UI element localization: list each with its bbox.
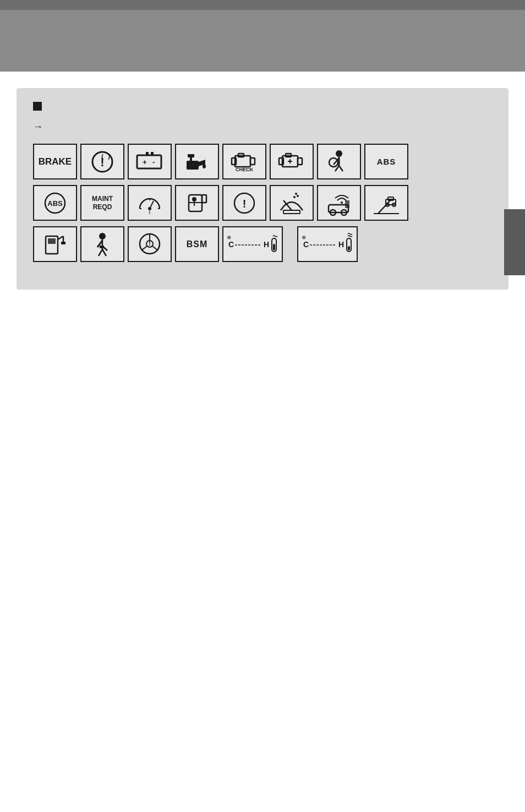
svg-line-77	[141, 246, 147, 250]
svg-text:C: C	[228, 240, 234, 249]
svg-point-42	[192, 197, 196, 201]
svg-rect-5	[146, 152, 149, 155]
maint-text: MAINTREQD	[92, 195, 113, 211]
warning-icons-card: → BRAKE ! ( )	[17, 88, 508, 290]
exclaim-circle-svg: !	[232, 191, 256, 215]
svg-line-71	[99, 249, 102, 256]
master-warning-svg: ! ( )	[90, 150, 114, 174]
svg-rect-12	[188, 154, 194, 157]
svg-text:!: !	[243, 198, 247, 210]
section-marker	[33, 102, 42, 111]
abs-warning-icon: ABS	[364, 144, 408, 179]
svg-text:H: H	[264, 240, 269, 249]
svg-rect-9	[187, 161, 199, 170]
svg-text:(: (	[101, 153, 103, 160]
svg-rect-16	[250, 158, 255, 165]
svg-rect-15	[232, 158, 236, 165]
svg-point-67	[99, 233, 106, 239]
oil-pressure-icon	[175, 144, 219, 179]
svg-line-64	[58, 236, 63, 239]
hill-svg	[373, 190, 400, 216]
svg-rect-21	[298, 158, 302, 165]
abs-circle-icon: ABS	[33, 185, 77, 221]
speedometer-icon: !	[128, 185, 172, 221]
svg-rect-20	[279, 158, 283, 165]
engine-warning-icon	[270, 144, 314, 179]
svg-point-49	[295, 193, 297, 195]
temp-gauge1-svg: C H ❄	[225, 231, 280, 258]
svg-text:!: !	[149, 239, 151, 247]
svg-rect-50	[283, 210, 300, 214]
brake-warning-icon: BRAKE	[33, 144, 77, 179]
door-svg	[184, 190, 210, 216]
maint-label: MAINTREQD	[92, 195, 113, 211]
temp-gauge-hot-icon: C H ❄	[297, 226, 358, 262]
bsm-icon: BSM	[175, 226, 219, 262]
svg-line-57	[378, 200, 390, 214]
svg-rect-63	[48, 238, 56, 244]
srs-svg	[325, 148, 353, 176]
hill-assist-icon	[364, 185, 408, 221]
svg-rect-6	[151, 152, 154, 155]
svg-text:❄: ❄	[302, 235, 306, 241]
speedo-svg: !	[137, 191, 162, 215]
icons-row-2: ABS MAINTREQD	[33, 185, 492, 221]
general-warning-icon: !	[222, 185, 266, 221]
fuel-svg	[42, 231, 68, 258]
svg-rect-40	[202, 195, 206, 203]
signal-svg	[325, 190, 353, 216]
sidebar-tab	[504, 209, 525, 275]
svg-point-47	[293, 196, 296, 198]
svg-text:-: -	[152, 158, 155, 166]
srs-airbag-icon	[317, 144, 361, 179]
brake-label: BRAKE	[39, 156, 72, 167]
temp-gauge2-svg: C H ❄	[300, 231, 355, 258]
svg-text:+: +	[143, 158, 147, 166]
seatbelt-warning-icon	[80, 226, 124, 262]
svg-rect-55	[345, 200, 349, 208]
svg-text:H: H	[338, 240, 344, 249]
svg-line-72	[102, 249, 106, 256]
svg-rect-66	[61, 242, 65, 244]
check-engine-svg: CHECK	[231, 148, 258, 176]
svg-line-78	[152, 246, 158, 250]
svg-point-28	[329, 158, 338, 167]
svg-text:ABS: ABS	[47, 199, 63, 208]
abs-circle-svg: ABS	[41, 191, 69, 215]
temp-gauge-cold-icon: C H ❄	[222, 226, 283, 262]
door-ajar-icon	[175, 185, 219, 221]
maint-reqd-icon: MAINTREQD	[80, 185, 124, 221]
battery-warning-icon: + -	[128, 144, 172, 179]
battery-svg: + -	[136, 152, 163, 172]
washer-fluid-icon	[270, 185, 314, 221]
content-area: → BRAKE ! ( )	[0, 72, 525, 301]
icons-row-1: BRAKE ! ( ) + -	[33, 144, 492, 179]
seatbelt-svg	[90, 231, 115, 258]
check-engine-icon: CHECK	[222, 144, 266, 179]
svg-text:!: !	[149, 210, 151, 215]
header-bar	[0, 0, 525, 72]
svg-point-13	[203, 164, 206, 168]
svg-text:): )	[108, 153, 110, 160]
arrow-symbol: →	[33, 121, 43, 133]
svg-point-25	[336, 150, 342, 157]
engine2-svg	[278, 148, 305, 176]
oil-svg	[184, 150, 210, 174]
washer-svg	[278, 190, 305, 216]
abs-label: ABS	[377, 157, 396, 166]
svg-text:❄: ❄	[227, 235, 231, 241]
header-inner	[0, 10, 525, 72]
svg-line-30	[339, 166, 343, 171]
bsm-label: BSM	[187, 239, 208, 249]
steering-svg: !	[136, 232, 163, 257]
steering-warning-icon: !	[128, 226, 172, 262]
arrow-instruction: →	[33, 121, 492, 133]
svg-rect-105	[348, 246, 350, 250]
svg-text:C: C	[303, 240, 309, 249]
icons-row-3: ! BSM C	[33, 226, 492, 262]
wireless-signal-icon	[317, 185, 361, 221]
svg-point-48	[297, 195, 299, 197]
svg-point-54	[341, 201, 343, 204]
svg-rect-73	[100, 246, 104, 248]
svg-text:CHECK: CHECK	[236, 167, 254, 172]
